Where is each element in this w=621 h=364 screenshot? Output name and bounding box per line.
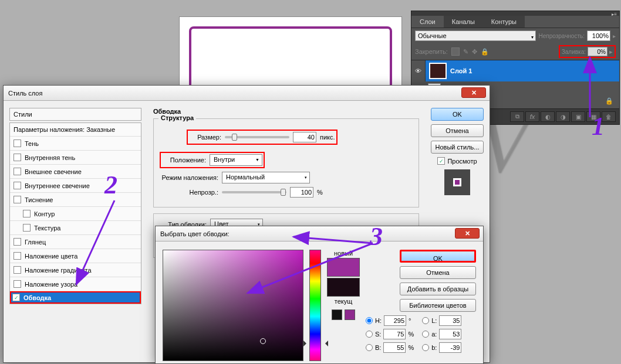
a-input[interactable] (439, 329, 461, 339)
item-label: Наложение узора (25, 281, 77, 288)
tiny-swatch-2[interactable] (345, 309, 355, 320)
size-input[interactable] (293, 132, 316, 142)
new-color-swatch (327, 258, 360, 277)
lock-transparent-icon[interactable] (451, 47, 460, 56)
position-dropdown[interactable]: Внутри▼ (210, 154, 262, 166)
b-input[interactable] (383, 342, 406, 353)
opacity-slider[interactable] (222, 191, 286, 193)
checkbox[interactable] (14, 182, 21, 189)
style-gradient-overlay[interactable]: Наложение градиента (10, 263, 141, 277)
new-style-button[interactable]: Новый стиль... (431, 141, 484, 154)
color-cursor-icon (260, 338, 266, 344)
style-color-overlay[interactable]: Наложение цвета (10, 249, 141, 263)
tab-layers[interactable]: Слои (411, 16, 444, 28)
style-drop-shadow[interactable]: Тень (10, 137, 141, 151)
checkbox[interactable] (14, 196, 21, 203)
lock-all-icon[interactable]: 🔒 (481, 48, 489, 56)
blending-options-item[interactable]: Параметры наложения: Заказные (10, 123, 141, 137)
checkbox[interactable] (14, 168, 21, 175)
color-libs-button[interactable]: Библиотеки цветов (400, 299, 476, 312)
tab-paths[interactable]: Контуры (483, 16, 525, 28)
item-label: Обводка (23, 294, 51, 301)
tiny-swatch-1[interactable] (332, 309, 342, 320)
lock-move-icon[interactable]: ✥ (472, 48, 477, 56)
item-label: Глянец (25, 239, 46, 246)
styles-header[interactable]: Стили (9, 108, 141, 121)
h-radio[interactable] (366, 317, 373, 324)
layer-row-selected[interactable]: 👁 Слой 1 (411, 60, 619, 81)
visibility-eye-icon[interactable]: 👁 (411, 60, 426, 81)
checkbox-checked[interactable] (12, 294, 20, 301)
size-label: Размер: (189, 134, 221, 141)
style-pattern-overlay[interactable]: Наложение узора (10, 277, 141, 291)
adjustment-icon[interactable]: ◑ (556, 111, 570, 122)
trash-icon[interactable]: 🗑 (602, 111, 616, 122)
l-radio[interactable] (422, 317, 429, 324)
layer-name[interactable]: Слой 1 (450, 67, 472, 74)
blend-mode-dropdown[interactable]: Обычные▾ (415, 30, 536, 41)
a-radio[interactable] (422, 331, 429, 338)
ok-button[interactable]: OK (431, 108, 484, 121)
opacity-label: Непрозр.: (160, 189, 218, 196)
size-slider[interactable] (225, 136, 289, 138)
picker-ok-button[interactable]: OK (400, 250, 476, 263)
style-inner-glow[interactable]: Внутреннее свечение (10, 179, 141, 193)
bb-input[interactable] (439, 342, 461, 353)
panel-menu-icon[interactable]: ▸≡ (612, 12, 617, 17)
new-layer-icon[interactable]: ▦ (586, 111, 600, 122)
style-bevel[interactable]: Тиснение (10, 193, 141, 207)
bb-radio[interactable] (422, 344, 429, 351)
chevron-down-icon: ▾ (531, 33, 534, 42)
dialog-title: Стиль слоя (8, 90, 42, 97)
current-color-swatch[interactable] (327, 278, 360, 297)
cancel-button[interactable]: Отмена (431, 124, 484, 137)
s-input[interactable] (383, 329, 406, 339)
tab-channels[interactable]: Каналы (444, 16, 483, 28)
b-label: B: (375, 344, 381, 351)
checkbox[interactable] (14, 238, 21, 246)
close-button[interactable]: ✕ (455, 228, 480, 239)
b-radio[interactable] (366, 344, 373, 351)
s-radio[interactable] (366, 331, 373, 338)
style-texture[interactable]: Текстура (10, 221, 141, 235)
style-inner-shadow[interactable]: Внутренняя тень (10, 151, 141, 165)
layer-thumbnail[interactable] (429, 63, 447, 79)
style-satin[interactable]: Глянец (10, 235, 141, 249)
picker-cancel-button[interactable]: Отмена (400, 266, 476, 279)
lock-brush-icon[interactable]: ✎ (463, 48, 468, 56)
blend-dropdown[interactable]: Нормальный▾ (222, 172, 310, 183)
add-swatch-button[interactable]: Добавить в образцы (400, 283, 476, 295)
picker-titlebar[interactable]: Выбрать цвет обводки: ✕ (156, 226, 483, 241)
style-outer-glow[interactable]: Внешнее свечение (10, 165, 141, 179)
link-layers-icon[interactable]: ⧉ (510, 111, 524, 122)
close-button[interactable]: ✕ (461, 87, 486, 98)
dialog-titlebar[interactable]: Стиль слоя ✕ (4, 86, 490, 101)
style-contour[interactable]: Контур (10, 207, 141, 221)
checkbox[interactable] (14, 140, 21, 147)
checkbox[interactable] (23, 224, 31, 232)
fill-label: Заливка: (562, 49, 586, 55)
fx-icon[interactable]: fx (525, 111, 539, 122)
checkbox[interactable] (14, 280, 21, 288)
style-stroke[interactable]: Обводка (10, 291, 141, 304)
opacity-input[interactable] (587, 30, 610, 41)
group-icon[interactable]: ▣ (571, 111, 585, 122)
bb-label: b: (431, 344, 437, 351)
opacity-flyout-icon[interactable]: ▸ (613, 33, 616, 39)
checkbox[interactable] (14, 252, 21, 260)
h-input[interactable] (384, 315, 406, 326)
pct-unit: % (317, 189, 323, 196)
l-input[interactable] (439, 315, 461, 326)
fill-flyout-icon[interactable]: ▸ (609, 48, 613, 56)
saturation-field[interactable] (163, 250, 303, 361)
fill-input[interactable] (588, 47, 608, 56)
panel-grip[interactable]: ▸≡ (411, 11, 619, 16)
opacity-input[interactable] (290, 187, 313, 198)
checkbox[interactable] (14, 266, 21, 274)
preview-checkbox[interactable] (437, 157, 445, 165)
hue-slider[interactable] (309, 250, 321, 361)
checkbox[interactable] (14, 154, 21, 161)
mask-icon[interactable]: ◐ (541, 111, 555, 122)
item-label: Внутреннее свечение (25, 182, 90, 189)
checkbox[interactable] (23, 210, 31, 217)
